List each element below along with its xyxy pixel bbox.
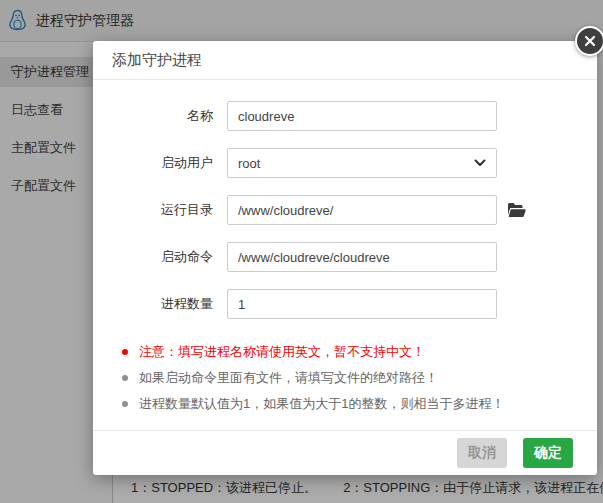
add-daemon-modal: 添加守护进程 名称 启动用户 root 运行目录 — [93, 41, 597, 475]
name-label: 名称 — [93, 107, 213, 125]
form-row-count: 进程数量 — [93, 289, 597, 319]
form-row-run-dir: 运行目录 — [93, 195, 597, 225]
start-user-label: 启动用户 — [93, 154, 213, 172]
start-command-label: 启动命令 — [93, 248, 213, 266]
modal-footer: 取消 确定 — [93, 430, 597, 475]
cancel-button[interactable]: 取消 — [457, 438, 507, 468]
name-input[interactable] — [227, 101, 497, 131]
run-dir-input[interactable] — [227, 195, 497, 225]
note-text: 进程数量默认值为1，如果值为大于1的整数，则相当于多进程！ — [139, 395, 504, 413]
modal-body: 名称 启动用户 root 运行目录 — [93, 80, 597, 417]
start-user-select[interactable]: root — [227, 148, 497, 178]
note-abs-path: 如果启动命令里面有文件，请填写文件的绝对路径！ — [122, 365, 597, 391]
form-row-name: 名称 — [93, 101, 597, 131]
chevron-down-icon — [474, 159, 486, 167]
close-icon[interactable] — [575, 26, 603, 56]
start-command-input[interactable] — [227, 242, 497, 272]
confirm-button[interactable]: 确定 — [523, 438, 573, 468]
bullet-icon — [122, 375, 128, 381]
note-text: 如果启动命令里面有文件，请填写文件的绝对路径！ — [139, 369, 438, 387]
form-row-user: 启动用户 root — [93, 148, 597, 178]
note-multi-process: 进程数量默认值为1，如果值为大于1的整数，则相当于多进程！ — [122, 391, 597, 417]
start-user-value: root — [238, 156, 260, 171]
note-warning: 注意：填写进程名称请使用英文，暂不支持中文！ — [122, 339, 597, 365]
bullet-icon — [122, 349, 128, 355]
run-dir-label: 运行目录 — [93, 201, 213, 219]
form-row-command: 启动命令 — [93, 242, 597, 272]
process-count-label: 进程数量 — [93, 295, 213, 313]
screen: 进程守护管理器 守护进程管理 日志查看 主配置文件 子配置文件 1：STOPPE… — [0, 0, 603, 503]
notes-list: 注意：填写进程名称请使用英文，暂不支持中文！ 如果启动命令里面有文件，请填写文件… — [93, 339, 597, 417]
process-count-input[interactable] — [227, 289, 497, 319]
bullet-icon — [122, 401, 128, 407]
folder-open-icon[interactable] — [506, 200, 526, 220]
note-text: 注意：填写进程名称请使用英文，暂不支持中文！ — [139, 343, 425, 361]
modal-title: 添加守护进程 — [93, 41, 597, 80]
